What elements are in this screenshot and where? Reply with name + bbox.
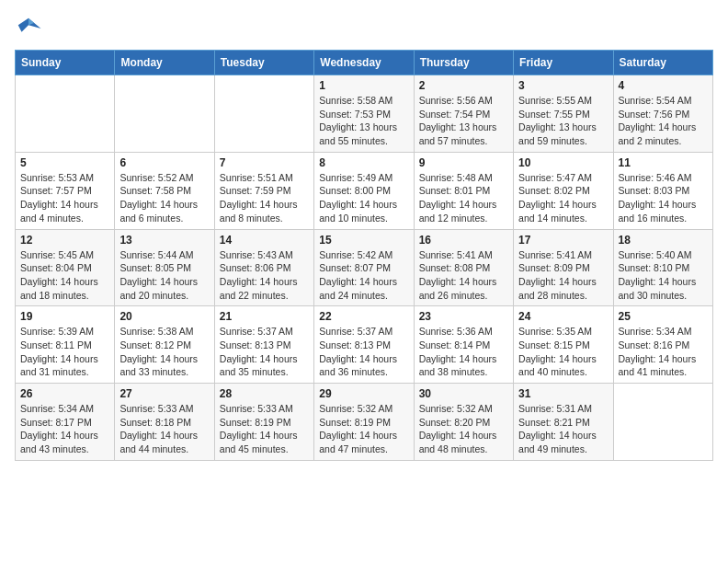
calendar-cell: 20Sunrise: 5:38 AM Sunset: 8:12 PM Dayli… (115, 306, 214, 384)
day-info: Sunrise: 5:45 AM Sunset: 8:04 PM Dayligh… (20, 248, 109, 303)
day-number: 20 (119, 310, 209, 323)
day-number: 13 (119, 234, 209, 247)
day-info: Sunrise: 5:32 AM Sunset: 8:20 PM Dayligh… (419, 402, 508, 456)
day-number: 6 (119, 156, 209, 169)
day-number: 21 (220, 310, 309, 323)
day-info: Sunrise: 5:47 AM Sunset: 8:02 PM Dayligh… (518, 171, 608, 225)
calendar-week-4: 19Sunrise: 5:39 AM Sunset: 8:11 PM Dayli… (16, 306, 713, 384)
calendar-header: SundayMondayTuesdayWednesdayThursdayFrid… (16, 51, 713, 75)
day-number: 2 (419, 79, 508, 92)
day-info: Sunrise: 5:34 AM Sunset: 8:16 PM Dayligh… (619, 325, 708, 379)
calendar-cell: 4Sunrise: 5:54 AM Sunset: 7:56 PM Daylig… (613, 75, 712, 153)
day-number: 3 (518, 79, 608, 92)
calendar-cell: 18Sunrise: 5:40 AM Sunset: 8:10 PM Dayli… (613, 229, 712, 306)
day-info: Sunrise: 5:51 AM Sunset: 7:59 PM Dayligh… (220, 171, 309, 225)
logo-bird-icon (15, 15, 42, 42)
day-number: 9 (419, 156, 508, 169)
day-number: 10 (518, 156, 608, 169)
calendar-cell (214, 75, 313, 153)
calendar-cell: 3Sunrise: 5:55 AM Sunset: 7:55 PM Daylig… (514, 75, 613, 153)
calendar-cell: 2Sunrise: 5:56 AM Sunset: 7:54 PM Daylig… (414, 75, 513, 153)
calendar-cell: 31Sunrise: 5:31 AM Sunset: 8:21 PM Dayli… (514, 384, 613, 461)
calendar-cell: 28Sunrise: 5:33 AM Sunset: 8:19 PM Dayli… (214, 384, 313, 461)
calendar-cell: 27Sunrise: 5:33 AM Sunset: 8:18 PM Dayli… (115, 384, 214, 461)
day-number: 8 (319, 156, 408, 169)
calendar-cell: 15Sunrise: 5:42 AM Sunset: 8:07 PM Dayli… (314, 229, 414, 306)
day-number: 24 (518, 310, 608, 323)
day-number: 28 (220, 387, 309, 400)
day-number: 16 (419, 234, 508, 247)
calendar-week-5: 26Sunrise: 5:34 AM Sunset: 8:17 PM Dayli… (16, 384, 713, 461)
weekday-header-monday: Monday (115, 51, 214, 75)
day-number: 7 (220, 156, 309, 169)
weekday-header-friday: Friday (514, 51, 613, 75)
day-info: Sunrise: 5:53 AM Sunset: 7:57 PM Dayligh… (20, 171, 109, 225)
calendar-cell: 21Sunrise: 5:37 AM Sunset: 8:13 PM Dayli… (214, 306, 313, 384)
calendar-cell: 1Sunrise: 5:58 AM Sunset: 7:53 PM Daylig… (314, 75, 414, 153)
day-info: Sunrise: 5:34 AM Sunset: 8:17 PM Dayligh… (20, 402, 109, 456)
calendar-cell: 29Sunrise: 5:32 AM Sunset: 8:19 PM Dayli… (314, 384, 414, 461)
calendar-cell: 12Sunrise: 5:45 AM Sunset: 8:04 PM Dayli… (16, 229, 115, 306)
day-number: 15 (319, 234, 408, 247)
calendar-cell: 25Sunrise: 5:34 AM Sunset: 8:16 PM Dayli… (613, 306, 712, 384)
day-info: Sunrise: 5:56 AM Sunset: 7:54 PM Dayligh… (419, 94, 508, 148)
calendar-cell: 7Sunrise: 5:51 AM Sunset: 7:59 PM Daylig… (214, 152, 313, 229)
day-info: Sunrise: 5:33 AM Sunset: 8:19 PM Dayligh… (220, 402, 309, 456)
weekday-header-tuesday: Tuesday (214, 51, 313, 75)
calendar-cell: 6Sunrise: 5:52 AM Sunset: 7:58 PM Daylig… (115, 152, 214, 229)
day-number: 18 (619, 234, 708, 247)
day-number: 25 (619, 310, 708, 323)
day-number: 5 (20, 156, 109, 169)
day-info: Sunrise: 5:43 AM Sunset: 8:06 PM Dayligh… (220, 248, 309, 303)
day-number: 11 (619, 156, 708, 169)
day-number: 4 (619, 79, 708, 92)
calendar-cell: 9Sunrise: 5:48 AM Sunset: 8:01 PM Daylig… (414, 152, 513, 229)
day-info: Sunrise: 5:46 AM Sunset: 8:03 PM Dayligh… (619, 171, 708, 225)
day-info: Sunrise: 5:48 AM Sunset: 8:01 PM Dayligh… (419, 171, 508, 225)
day-info: Sunrise: 5:37 AM Sunset: 8:13 PM Dayligh… (220, 325, 309, 379)
calendar-cell (613, 384, 712, 461)
day-info: Sunrise: 5:32 AM Sunset: 8:19 PM Dayligh… (319, 402, 408, 456)
day-number: 19 (20, 310, 109, 323)
calendar-cell: 16Sunrise: 5:41 AM Sunset: 8:08 PM Dayli… (414, 229, 513, 306)
day-info: Sunrise: 5:41 AM Sunset: 8:09 PM Dayligh… (518, 248, 608, 303)
calendar-cell: 23Sunrise: 5:36 AM Sunset: 8:14 PM Dayli… (414, 306, 513, 384)
day-info: Sunrise: 5:55 AM Sunset: 7:55 PM Dayligh… (518, 94, 608, 148)
weekday-header-wednesday: Wednesday (314, 51, 414, 75)
day-info: Sunrise: 5:49 AM Sunset: 8:00 PM Dayligh… (319, 171, 408, 225)
calendar-cell: 10Sunrise: 5:47 AM Sunset: 8:02 PM Dayli… (514, 152, 613, 229)
calendar-cell: 30Sunrise: 5:32 AM Sunset: 8:20 PM Dayli… (414, 384, 513, 461)
day-number: 30 (419, 387, 508, 400)
day-info: Sunrise: 5:39 AM Sunset: 8:11 PM Dayligh… (20, 325, 109, 379)
day-number: 17 (518, 234, 608, 247)
calendar-cell: 11Sunrise: 5:46 AM Sunset: 8:03 PM Dayli… (613, 152, 712, 229)
weekday-header-thursday: Thursday (414, 51, 513, 75)
day-info: Sunrise: 5:42 AM Sunset: 8:07 PM Dayligh… (319, 248, 408, 303)
day-info: Sunrise: 5:36 AM Sunset: 8:14 PM Dayligh… (419, 325, 508, 379)
calendar-cell: 14Sunrise: 5:43 AM Sunset: 8:06 PM Dayli… (214, 229, 313, 306)
calendar-body: 1Sunrise: 5:58 AM Sunset: 7:53 PM Daylig… (16, 75, 713, 461)
calendar-cell: 22Sunrise: 5:37 AM Sunset: 8:13 PM Dayli… (314, 306, 414, 384)
day-number: 29 (319, 387, 408, 400)
page-header (15, 15, 713, 42)
calendar-week-1: 1Sunrise: 5:58 AM Sunset: 7:53 PM Daylig… (16, 75, 713, 153)
day-number: 22 (319, 310, 408, 323)
day-info: Sunrise: 5:33 AM Sunset: 8:18 PM Dayligh… (119, 402, 209, 456)
calendar-cell: 26Sunrise: 5:34 AM Sunset: 8:17 PM Dayli… (16, 384, 115, 461)
calendar-cell: 17Sunrise: 5:41 AM Sunset: 8:09 PM Dayli… (514, 229, 613, 306)
calendar-cell: 13Sunrise: 5:44 AM Sunset: 8:05 PM Dayli… (115, 229, 214, 306)
day-info: Sunrise: 5:44 AM Sunset: 8:05 PM Dayligh… (119, 248, 209, 303)
day-number: 12 (20, 234, 109, 247)
day-info: Sunrise: 5:40 AM Sunset: 8:10 PM Dayligh… (619, 248, 708, 303)
calendar-table: SundayMondayTuesdayWednesdayThursdayFrid… (15, 50, 713, 461)
weekday-header-saturday: Saturday (613, 51, 712, 75)
day-info: Sunrise: 5:35 AM Sunset: 8:15 PM Dayligh… (518, 325, 608, 379)
day-number: 31 (518, 387, 608, 400)
day-info: Sunrise: 5:38 AM Sunset: 8:12 PM Dayligh… (119, 325, 209, 379)
day-number: 14 (220, 234, 309, 247)
calendar-cell: 19Sunrise: 5:39 AM Sunset: 8:11 PM Dayli… (16, 306, 115, 384)
calendar-cell (16, 75, 115, 153)
calendar-cell: 24Sunrise: 5:35 AM Sunset: 8:15 PM Dayli… (514, 306, 613, 384)
day-info: Sunrise: 5:37 AM Sunset: 8:13 PM Dayligh… (319, 325, 408, 379)
day-info: Sunrise: 5:58 AM Sunset: 7:53 PM Dayligh… (319, 94, 408, 148)
